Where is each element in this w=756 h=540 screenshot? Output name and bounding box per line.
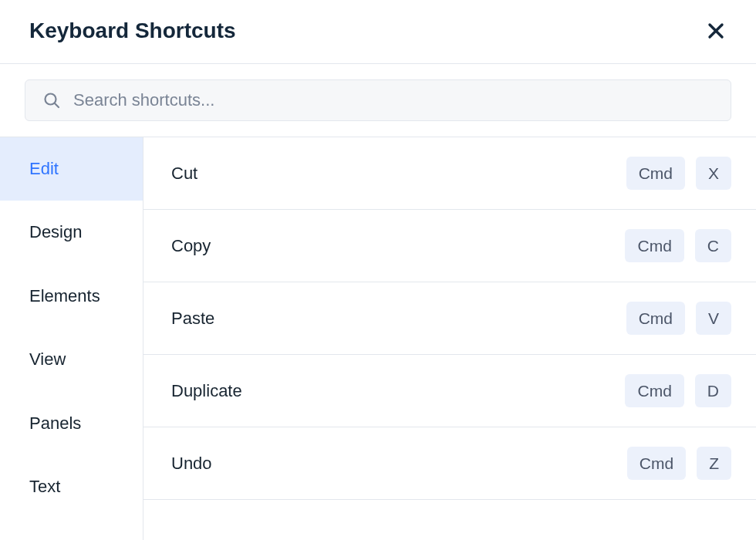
key-badge: Cmd: [626, 157, 685, 190]
sidebar-item-label: View: [29, 349, 66, 369]
shortcut-label: Copy: [171, 236, 211, 256]
search-section: [0, 64, 756, 137]
svg-line-3: [55, 103, 59, 107]
shortcut-list: Cut Cmd X Copy Cmd C Paste Cmd V: [143, 137, 756, 540]
dialog-title: Keyboard Shortcuts: [29, 19, 236, 43]
key-badge: C: [695, 229, 731, 262]
dialog-header: Keyboard Shortcuts: [0, 0, 756, 63]
key-badge: Cmd: [625, 229, 683, 262]
shortcut-keys: Cmd D: [625, 374, 731, 407]
close-icon: [707, 22, 724, 39]
shortcut-keys: Cmd Z: [627, 447, 731, 480]
shortcut-row: Copy Cmd C: [143, 210, 756, 282]
key-badge: V: [696, 302, 731, 335]
sidebar-item-text[interactable]: Text: [0, 455, 143, 518]
shortcut-row: Cut Cmd X: [143, 137, 756, 210]
shortcut-label: Cut: [171, 164, 197, 184]
shortcut-label: Undo: [171, 454, 212, 474]
shortcut-row: Paste Cmd V: [143, 282, 756, 355]
sidebar-item-panels[interactable]: Panels: [0, 392, 143, 455]
key-badge: D: [695, 374, 731, 407]
keyboard-shortcuts-dialog: Keyboard Shortcuts Edit: [0, 0, 756, 540]
key-badge: Cmd: [625, 374, 683, 407]
close-button[interactable]: [705, 20, 727, 42]
sidebar-item-label: Elements: [29, 286, 100, 305]
search-box[interactable]: [25, 79, 731, 121]
search-icon: [42, 91, 61, 110]
sidebar-item-label: Edit: [29, 159, 59, 178]
shortcut-row: Duplicate Cmd D: [143, 355, 756, 427]
shortcut-label: Paste: [171, 309, 214, 329]
sidebar-item-label: Text: [29, 477, 60, 496]
key-badge: X: [696, 157, 731, 190]
key-badge: Cmd: [626, 302, 685, 335]
sidebar-item-elements[interactable]: Elements: [0, 265, 143, 328]
shortcut-label: Duplicate: [171, 381, 242, 401]
sidebar-item-edit[interactable]: Edit: [0, 137, 143, 201]
key-badge: Z: [697, 447, 731, 480]
sidebar-item-label: Design: [29, 222, 82, 241]
shortcut-keys: Cmd V: [626, 302, 731, 335]
category-sidebar: Edit Design Elements View Panels Text: [0, 137, 143, 540]
shortcut-keys: Cmd X: [626, 157, 731, 190]
shortcut-keys: Cmd C: [625, 229, 731, 262]
search-input[interactable]: [73, 90, 714, 110]
sidebar-item-label: Panels: [29, 413, 81, 433]
dialog-body: Edit Design Elements View Panels Text Cu…: [0, 137, 756, 540]
sidebar-item-design[interactable]: Design: [0, 201, 143, 264]
sidebar-item-view[interactable]: View: [0, 328, 143, 391]
key-badge: Cmd: [627, 447, 686, 480]
shortcut-row: Undo Cmd Z: [143, 427, 756, 500]
